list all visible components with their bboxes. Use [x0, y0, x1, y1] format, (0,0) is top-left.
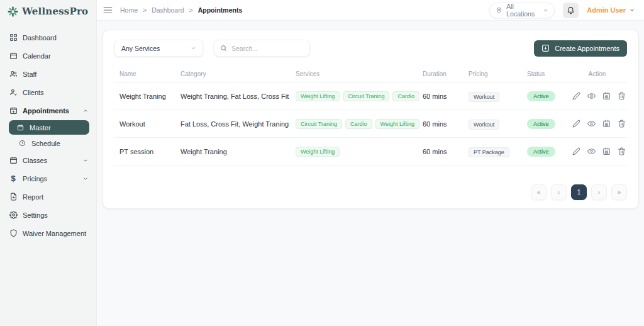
calendar-clock-icon[interactable]: [602, 92, 611, 100]
cell-category: Fat Loss, Cross Fit, Weight Traning: [180, 120, 296, 128]
cell-category: Weight Traning, Fat Loss, Cross Fit: [180, 93, 296, 100]
breadcrumb-separator: >: [143, 6, 147, 14]
search-box: [214, 40, 310, 57]
sidebar-item-waiver-management[interactable]: Waiver Management: [0, 224, 96, 242]
filters-row: Any Services: [114, 40, 627, 57]
calendar-icon: [9, 52, 18, 60]
search-icon: [220, 45, 227, 52]
main-area: Home > Dashboard > Appointments All Loca…: [97, 0, 644, 326]
content-area: Any Services: [97, 21, 644, 326]
status-badge: Active: [527, 147, 555, 157]
location-selector[interactable]: All Locations: [489, 3, 555, 18]
view-eye-icon[interactable]: [587, 120, 596, 128]
pricing-badge: Workout: [469, 92, 499, 102]
brand-logo: WellnessPro: [0, 0, 96, 25]
column-header-action: Action: [572, 70, 622, 77]
hamburger-menu-icon[interactable]: [103, 6, 113, 14]
service-filter-select[interactable]: Any Services: [114, 40, 203, 57]
cell-duration: 60 mins: [423, 148, 469, 155]
appointments-card: Any Services: [103, 30, 639, 209]
column-header-status: Status: [527, 70, 572, 77]
search-input[interactable]: [231, 45, 304, 52]
breadcrumb-dashboard[interactable]: Dashboard: [152, 6, 184, 14]
column-header-pricing: Pricing: [469, 70, 527, 77]
sidebar-item-appointments[interactable]: Appointments: [0, 101, 96, 120]
sidebar-item-label: Appointments: [23, 107, 69, 115]
location-selector-value: All Locations: [506, 3, 539, 18]
chevron-down-icon: [629, 7, 635, 13]
service-badge: Weight Lifting: [375, 119, 419, 129]
chevron-down-icon: [543, 8, 548, 13]
sidebar-item-staff[interactable]: Staff: [0, 65, 96, 83]
pagination-first-button[interactable]: «: [531, 184, 547, 200]
delete-trash-icon[interactable]: [618, 92, 626, 100]
breadcrumb-home[interactable]: Home: [120, 6, 138, 14]
edit-pencil-icon[interactable]: [572, 147, 580, 155]
sidebar-item-calendar[interactable]: Calendar: [0, 47, 96, 65]
create-appointments-button[interactable]: Create Appointments: [534, 40, 627, 57]
sidebar-item-pricings[interactable]: $ Pricings: [0, 169, 96, 188]
pagination-next-button[interactable]: ›: [591, 184, 607, 200]
create-appointments-label: Create Appointments: [555, 45, 619, 52]
cell-actions: [572, 147, 626, 155]
sidebar-item-label: Pricings: [23, 175, 47, 183]
sidebar-item-label: Waiver Management: [23, 230, 86, 237]
appointments-calendar-icon: [9, 106, 18, 115]
sidebar-item-label: Settings: [23, 211, 48, 219]
cell-category: Weight Traning: [180, 148, 296, 155]
cell-pricing: Workout: [469, 120, 527, 128]
pagination: « ‹ 1 › »: [114, 184, 627, 200]
sidebar-item-classes[interactable]: Classes: [0, 151, 96, 169]
pagination-last-button[interactable]: »: [611, 184, 627, 200]
table-header-row: Name Category Services Duration Pricing …: [114, 66, 627, 82]
edit-pencil-icon[interactable]: [572, 92, 580, 100]
sidebar-item-label: Staff: [23, 70, 36, 78]
user-name: Admin User: [587, 6, 626, 14]
pagination-prev-button[interactable]: ‹: [551, 184, 567, 200]
sidebar-item-report[interactable]: Report: [0, 188, 96, 206]
view-eye-icon[interactable]: [587, 147, 596, 155]
table-row: PT session Weight Traning Weight Lifting…: [114, 138, 627, 166]
delete-trash-icon[interactable]: [618, 147, 626, 155]
sidebar-item-label: Calendar: [23, 52, 51, 60]
cell-pricing: PT Package: [469, 148, 527, 155]
cell-pricing: Workout: [469, 93, 527, 100]
top-bar: Home > Dashboard > Appointments All Loca…: [97, 0, 644, 21]
sidebar-item-master[interactable]: Master: [9, 120, 89, 135]
client-person-icon: [9, 88, 18, 97]
service-badge: Cardio: [392, 91, 419, 101]
service-badge: Circuit Traning: [296, 119, 342, 129]
sidebar-item-label: Schedule: [31, 140, 60, 147]
cell-services: Weight Lifting: [296, 147, 423, 157]
sidebar-nav: Dashboard Calendar Staff Clients: [0, 25, 96, 242]
gear-icon: [9, 211, 18, 220]
staff-people-icon: [9, 70, 18, 79]
sidebar-item-label: Dashboard: [23, 34, 57, 42]
column-header-category: Category: [180, 70, 296, 77]
notification-bell-button[interactable]: [563, 3, 579, 18]
edit-pencil-icon[interactable]: [572, 120, 580, 128]
appointments-table: Name Category Services Duration Pricing …: [114, 66, 627, 166]
sidebar-item-label: Master: [30, 124, 51, 132]
bloom-logo-icon: [8, 6, 18, 17]
sidebar-item-settings[interactable]: Settings: [0, 206, 96, 224]
bell-icon: [567, 6, 575, 14]
calendar-clock-icon[interactable]: [602, 120, 611, 128]
sidebar-item-dashboard[interactable]: Dashboard: [0, 28, 96, 47]
location-pin-icon: [496, 7, 502, 14]
dashboard-grid-icon: [9, 33, 18, 42]
delete-trash-icon[interactable]: [618, 120, 626, 128]
service-badge: Weight Lifting: [296, 147, 340, 157]
view-eye-icon[interactable]: [587, 92, 596, 100]
cell-actions: [572, 120, 626, 128]
service-badge: Weight Lifting: [296, 91, 340, 101]
column-header-services: Services: [296, 70, 423, 77]
pagination-page-1-button[interactable]: 1: [571, 184, 587, 200]
user-menu[interactable]: Admin User: [587, 6, 635, 14]
sidebar-item-schedule[interactable]: Schedule: [0, 135, 96, 151]
sidebar-item-clients[interactable]: Clients: [0, 83, 96, 101]
service-badge: Cardio: [345, 119, 372, 129]
calendar-clock-icon[interactable]: [602, 147, 611, 155]
chevron-down-icon: [82, 176, 89, 182]
cell-actions: [572, 92, 626, 100]
